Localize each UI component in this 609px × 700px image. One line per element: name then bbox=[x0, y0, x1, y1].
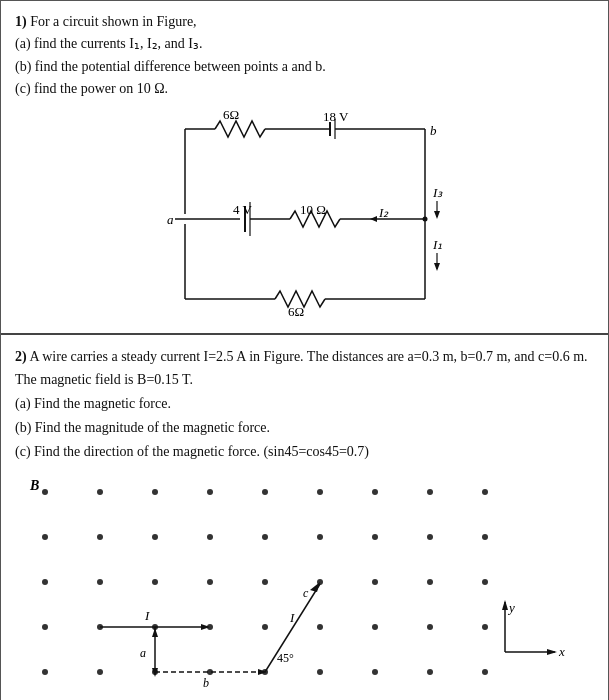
svg-point-69 bbox=[482, 669, 488, 675]
svg-point-68 bbox=[427, 669, 433, 675]
svg-point-41 bbox=[427, 534, 433, 540]
svg-point-46 bbox=[207, 579, 213, 585]
svg-marker-9 bbox=[434, 211, 440, 219]
problem-1: 1) For a circuit shown in Figure, (a) fi… bbox=[1, 1, 608, 335]
svg-point-57 bbox=[317, 624, 323, 630]
svg-point-58 bbox=[372, 624, 378, 630]
middle-resistor-label: 10 Ω bbox=[300, 202, 326, 217]
p2-text: 2) A wire carries a steady current I=2.5… bbox=[15, 345, 594, 393]
label-I3: I₃ bbox=[432, 185, 443, 200]
label-I1: I₁ bbox=[432, 237, 442, 252]
svg-point-32 bbox=[427, 489, 433, 495]
label-a: a bbox=[167, 212, 174, 227]
label-I-diagonal: I bbox=[289, 610, 295, 625]
svg-point-61 bbox=[42, 669, 48, 675]
svg-point-49 bbox=[372, 579, 378, 585]
svg-point-50 bbox=[427, 579, 433, 585]
svg-point-44 bbox=[97, 579, 103, 585]
label-45: 45° bbox=[277, 651, 294, 665]
svg-point-33 bbox=[482, 489, 488, 495]
svg-point-39 bbox=[317, 534, 323, 540]
svg-point-36 bbox=[152, 534, 158, 540]
svg-point-30 bbox=[317, 489, 323, 495]
label-x-axis: x bbox=[558, 644, 565, 659]
svg-point-42 bbox=[482, 534, 488, 540]
svg-point-67 bbox=[372, 669, 378, 675]
bottom-resistor-label: 6Ω bbox=[288, 304, 304, 319]
svg-point-43 bbox=[42, 579, 48, 585]
p1-intro: 1) For a circuit shown in Figure, bbox=[15, 11, 594, 33]
svg-point-26 bbox=[97, 489, 103, 495]
svg-marker-21 bbox=[370, 216, 377, 222]
dot-grid-svg: B a b I bbox=[25, 472, 585, 700]
label-B: B bbox=[29, 478, 39, 493]
svg-point-60 bbox=[482, 624, 488, 630]
problem-1-text: 1) For a circuit shown in Figure, (a) fi… bbox=[15, 11, 594, 101]
svg-point-25 bbox=[42, 489, 48, 495]
p2-line-c: (c) Find the direction of the magnetic f… bbox=[15, 440, 594, 464]
svg-marker-23 bbox=[434, 263, 440, 271]
svg-point-66 bbox=[317, 669, 323, 675]
svg-point-38 bbox=[262, 534, 268, 540]
svg-marker-87 bbox=[310, 582, 320, 592]
svg-point-59 bbox=[427, 624, 433, 630]
circuit-diagram: 6Ω 18 V b I₃ bbox=[15, 109, 594, 319]
label-y-axis: y bbox=[507, 600, 515, 615]
circuit-svg: 6Ω 18 V b I₃ bbox=[145, 109, 465, 319]
label-b-wire: b bbox=[203, 676, 209, 690]
top-right-source-label: 18 V bbox=[323, 109, 349, 124]
svg-point-45 bbox=[152, 579, 158, 585]
svg-marker-81 bbox=[152, 628, 158, 637]
svg-point-37 bbox=[207, 534, 213, 540]
top-left-resistor-label: 6Ω bbox=[223, 107, 239, 122]
svg-point-56 bbox=[262, 624, 268, 630]
problem-2: 2) A wire carries a steady current I=2.5… bbox=[1, 335, 608, 700]
svg-point-52 bbox=[42, 624, 48, 630]
p1-line-c: (c) find the power on 10 Ω. bbox=[15, 78, 594, 100]
svg-point-47 bbox=[262, 579, 268, 585]
label-I2: I₂ bbox=[378, 205, 389, 220]
label-c-wire: c bbox=[303, 586, 309, 600]
page: 1) For a circuit shown in Figure, (a) fi… bbox=[0, 0, 609, 700]
svg-point-27 bbox=[152, 489, 158, 495]
dot-grid bbox=[42, 489, 488, 700]
svg-point-29 bbox=[262, 489, 268, 495]
p1-line-b: (b) find the potential difference betwee… bbox=[15, 56, 594, 78]
svg-marker-91 bbox=[547, 649, 557, 655]
p1-number: 1) bbox=[15, 14, 27, 29]
svg-marker-89 bbox=[502, 600, 508, 610]
middle-source-label: 4 V bbox=[233, 202, 253, 217]
svg-point-34 bbox=[42, 534, 48, 540]
svg-point-51 bbox=[482, 579, 488, 585]
label-a-wire: a bbox=[140, 646, 146, 660]
svg-point-62 bbox=[97, 669, 103, 675]
label-I-horizontal: I bbox=[144, 608, 150, 623]
dot-grid-diagram: B a b I bbox=[15, 472, 594, 700]
problem-2-text: 2) A wire carries a steady current I=2.5… bbox=[15, 345, 594, 464]
p2-line-b: (b) Find the magnitude of the magnetic f… bbox=[15, 416, 594, 440]
p1-line-a: (a) find the currents I₁, I₂, and I₃. bbox=[15, 33, 594, 55]
svg-point-28 bbox=[207, 489, 213, 495]
svg-point-40 bbox=[372, 534, 378, 540]
svg-point-35 bbox=[97, 534, 103, 540]
p2-number: 2) bbox=[15, 349, 27, 364]
svg-point-31 bbox=[372, 489, 378, 495]
label-b: b bbox=[430, 123, 437, 138]
p2-line-a: (a) Find the magnetic force. bbox=[15, 392, 594, 416]
svg-point-24 bbox=[422, 216, 427, 221]
